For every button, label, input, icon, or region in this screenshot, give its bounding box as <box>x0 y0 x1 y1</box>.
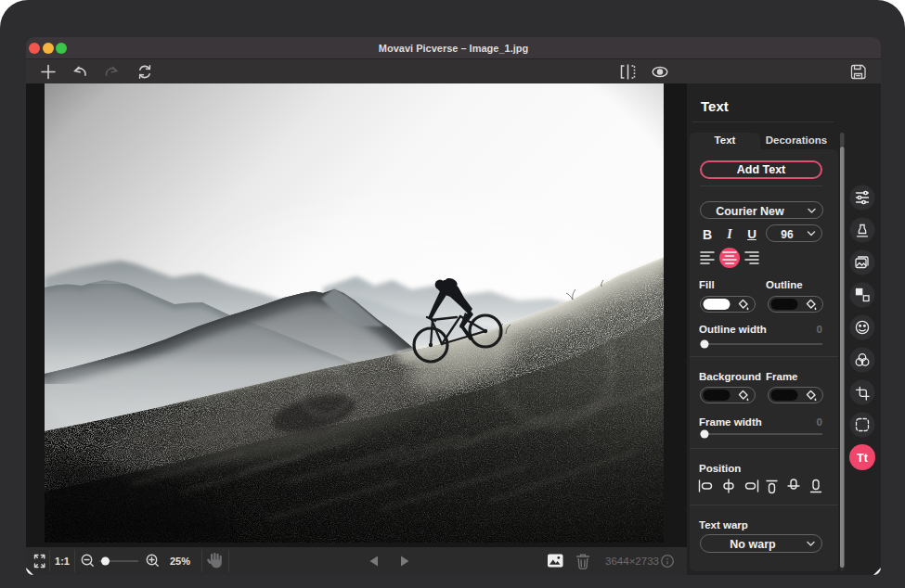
svg-text:Tt: Tt <box>857 452 869 465</box>
